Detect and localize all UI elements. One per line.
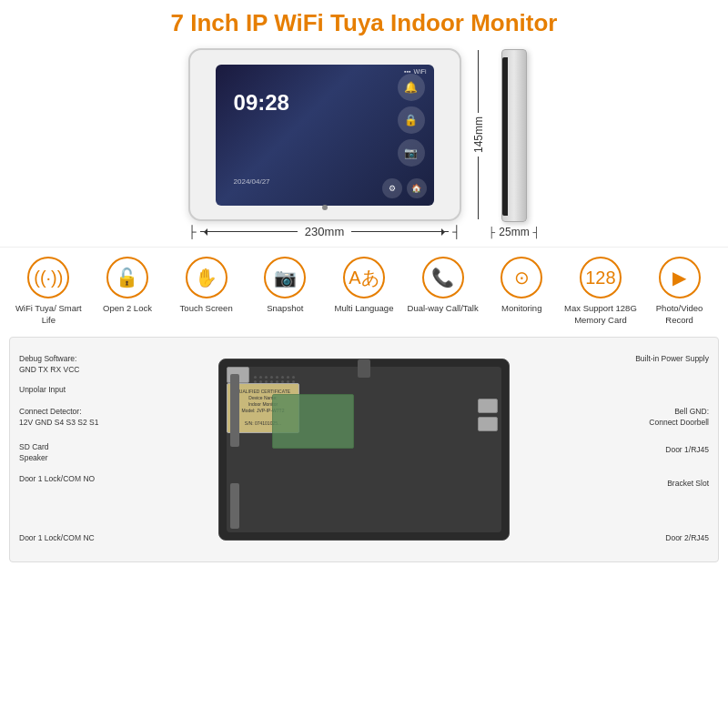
feature-icon-lock: 🔓 <box>106 257 148 298</box>
feature-wifi: ((·))WiFi Tuya/ Smart Life <box>11 257 86 326</box>
feature-icon-lang: Aあ <box>343 257 385 298</box>
screen-date: 2024/04/27 <box>234 177 270 186</box>
dim-width: ├ 230mm ┤ <box>188 225 461 238</box>
feature-lang: AあMulti Language <box>327 257 401 314</box>
label-debug: Debug Software:GND TX RX VCC <box>19 354 79 376</box>
features-section: ((·))WiFi Tuya/ Smart Life🔓Open 2 Lock✋T… <box>0 247 728 331</box>
feature-sd: 128Max Support 128G Memory Card <box>563 257 638 326</box>
dim-height-line: 145mm <box>472 50 485 219</box>
feature-icon-video: ▶ <box>659 257 701 298</box>
feature-icon-sd: 128 <box>580 257 622 298</box>
sd1 <box>254 376 257 379</box>
dim-arrow-right <box>351 231 449 232</box>
screen-icon-5: 🏠 <box>407 178 427 198</box>
label-bracket: Bracket Slot <box>667 479 709 488</box>
label-unpolar: Unpolar Input <box>19 385 66 394</box>
screen-icon-1: 🔔 <box>398 74 425 101</box>
sd3 <box>265 376 268 379</box>
dim-depth: ├ 25mm ┤ <box>489 226 541 238</box>
feature-label-touch: Touch Screen <box>180 303 233 314</box>
sd12 <box>270 380 273 383</box>
speaker-dots <box>254 376 290 383</box>
screen-time: 09:28 <box>234 90 289 116</box>
sd4 <box>270 376 273 379</box>
rj45-port-2 <box>478 417 498 431</box>
screen-icon-3: 📷 <box>398 139 425 167</box>
monitor-screen: ▪▪▪WiFi 09:28 2024/04/27 🔔 🔒 📷 ⚙ 🏠 <box>216 65 434 206</box>
sd16 <box>292 380 295 383</box>
sd2 <box>259 376 262 379</box>
page-title: 7 Inch IP WiFi Tuya Indoor Monitor <box>0 0 728 43</box>
label-door1-no: Door 1 Lock/COM NO <box>19 474 95 483</box>
dim-line-top <box>478 50 479 113</box>
label-door1-rj45: Door 1/RJ45 <box>665 445 709 454</box>
sd10 <box>259 380 262 383</box>
feature-lock: 🔓Open 2 Lock <box>90 257 165 314</box>
sd15 <box>287 380 289 383</box>
feature-call: 📞Dual-way Call/Talk <box>406 257 480 314</box>
back-section: Debug Software:GND TX RX VCC Unpolar Inp… <box>9 337 719 562</box>
barrel-connector <box>358 359 370 378</box>
feature-icon-monitor: ⊙ <box>500 257 542 298</box>
screen-icon-4: ⚙ <box>382 178 402 198</box>
sd14 <box>281 380 284 383</box>
pcb-board <box>272 394 354 449</box>
dim-width-label: 230mm <box>301 225 348 238</box>
feature-label-monitor: Monitoring <box>501 303 541 314</box>
label-door2-rj45: Door 2/RJ45 <box>665 533 709 542</box>
feature-label-call: Dual-way Call/Talk <box>408 303 479 314</box>
feature-label-sd: Max Support 128G Memory Card <box>563 303 638 326</box>
sd6 <box>281 376 284 379</box>
terminal-block-left <box>230 374 239 447</box>
dim-height-label: 145mm <box>472 113 485 157</box>
feature-label-wifi: WiFi Tuya/ Smart Life <box>11 303 86 326</box>
monitor-body: ▪▪▪WiFi 09:28 2024/04/27 🔔 🔒 📷 ⚙ 🏠 <box>188 48 461 221</box>
dim-depth-label: 25mm <box>497 226 531 238</box>
feature-monitor: ⊙Monitoring <box>484 257 559 314</box>
dim-arrow-left <box>200 231 298 232</box>
back-panel: QUALIFIED CERTIFICATEDevice Name:Indoor … <box>218 359 510 541</box>
sd13 <box>276 380 278 383</box>
feature-icon-snapshot: 📷 <box>264 257 306 298</box>
feature-label-lang: Multi Language <box>334 303 393 314</box>
label-sd-speaker: SD CardSpeaker <box>19 442 49 464</box>
terminal-block-bl <box>230 483 239 529</box>
feature-label-lock: Open 2 Lock <box>103 303 152 314</box>
sd11 <box>265 380 268 383</box>
label-door1-nc: Door 1 Lock/COM NC <box>19 533 95 542</box>
feature-label-video: Photo/Video Record <box>642 303 717 326</box>
speaker-grille <box>254 376 290 394</box>
feature-snapshot: 📷Snapshot <box>248 257 322 314</box>
sd9 <box>254 380 257 383</box>
screen-icon-2: 🔒 <box>398 106 425 134</box>
sd8 <box>292 376 295 379</box>
monitor-mic <box>322 205 328 210</box>
feature-video: ▶Photo/Video Record <box>642 257 717 326</box>
feature-touch: ✋Touch Screen <box>169 257 244 314</box>
feature-icon-wifi: ((·)) <box>27 257 69 298</box>
product-section: ▪▪▪WiFi 09:28 2024/04/27 🔔 🔒 📷 ⚙ 🏠 <box>0 43 728 239</box>
sd7 <box>287 376 289 379</box>
feature-label-snapshot: Snapshot <box>267 303 303 314</box>
rj45-port-1 <box>478 399 498 413</box>
monitor-front: ▪▪▪WiFi 09:28 2024/04/27 🔔 🔒 📷 ⚙ 🏠 <box>188 48 461 239</box>
back-panel-inner: QUALIFIED CERTIFICATEDevice Name:Indoor … <box>227 367 501 532</box>
monitor-side <box>501 49 527 222</box>
dim-line-bottom <box>478 157 479 219</box>
sd5 <box>276 376 278 379</box>
back-labels-right: Built-in Power Supply Bell GND:Connect D… <box>563 338 709 561</box>
monitor-side-wrap: ├ 25mm ┤ <box>489 49 541 238</box>
back-labels-left: Debug Software:GND TX RX VCC Unpolar Inp… <box>19 338 165 561</box>
label-power: Built-in Power Supply <box>635 354 709 363</box>
feature-icon-touch: ✋ <box>186 257 228 298</box>
screen-icons: 🔔 🔒 📷 <box>398 74 425 167</box>
feature-icon-call: 📞 <box>422 257 464 298</box>
label-bell: Bell GND:Connect Doorbell <box>649 407 709 429</box>
monitor-side-screen <box>502 57 508 216</box>
label-detector: Connect Detector:12V GND S4 S3 S2 S1 <box>19 407 98 429</box>
